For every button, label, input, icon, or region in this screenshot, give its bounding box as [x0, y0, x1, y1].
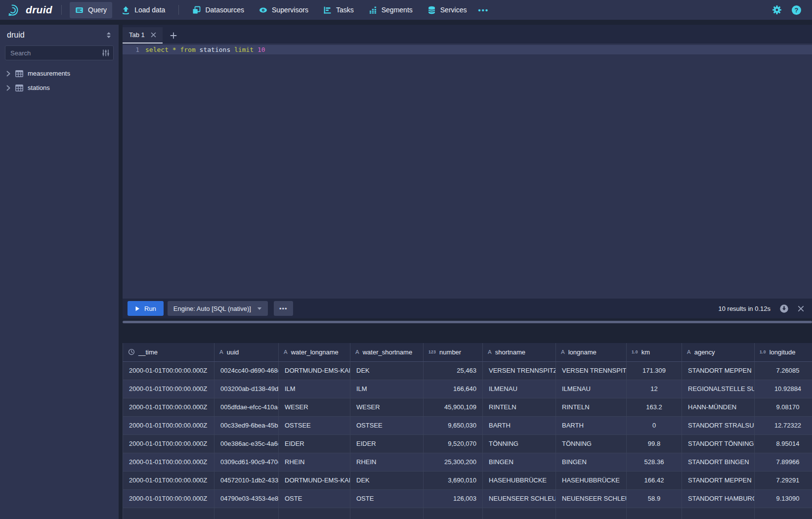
- cell-__time[interactable]: 2000-01-01T00:00:00.000Z: [123, 361, 214, 380]
- tab-1[interactable]: Tab 1: [123, 27, 163, 43]
- column-header-number[interactable]: 123number: [424, 343, 483, 361]
- cell-water_shortname[interactable]: ILM: [350, 380, 424, 398]
- cell-longname[interactable]: TÖNNING: [556, 434, 627, 453]
- cell-agency[interactable]: HANN-MÜNDEN: [682, 398, 755, 416]
- cell-agency[interactable]: STANDORT MEPPEN: [682, 471, 755, 489]
- settings-gear-icon[interactable]: [772, 5, 782, 15]
- cell-shortname[interactable]: RINTELN: [483, 398, 556, 416]
- cell-km[interactable]: 166.42: [627, 471, 682, 489]
- sidebar-table-item[interactable]: stations: [5, 81, 114, 95]
- cell-longname[interactable]: RINTELN: [556, 398, 627, 416]
- cell-water_longname[interactable]: DORTMUND-EMS-KANA: [279, 471, 350, 489]
- cell-km[interactable]: 99.8: [627, 434, 682, 453]
- cell-km[interactable]: 12: [627, 380, 682, 398]
- cell-km[interactable]: 58.9: [627, 489, 682, 508]
- cell-water_longname[interactable]: OSTE: [279, 489, 350, 508]
- cell-uuid[interactable]: 0024cc40-d690-468d-84: [214, 361, 279, 380]
- filter-sliders-icon[interactable]: [102, 49, 110, 57]
- cell-agency[interactable]: STANDORT BINGEN: [682, 453, 755, 471]
- cell-uuid[interactable]: 00e386ac-e35c-4a6e-80: [214, 434, 279, 453]
- cell-longname[interactable]: BARTH: [556, 416, 627, 434]
- cell-number[interactable]: 25,300,200: [424, 453, 483, 471]
- cell-__time[interactable]: 2000-01-01T00:00:00.000Z: [123, 434, 214, 453]
- cell-water_shortname[interactable]: OSTSEE: [350, 416, 424, 434]
- close-results-icon[interactable]: [798, 305, 804, 312]
- cell-number[interactable]: 9,520,070: [424, 434, 483, 453]
- cell-km[interactable]: 0: [627, 416, 682, 434]
- column-header-shortname[interactable]: Ashortname: [483, 343, 556, 361]
- nav-item-load-data[interactable]: Load data: [116, 2, 171, 18]
- cell-longitude[interactable]: 7.89966: [755, 453, 812, 471]
- cell-uuid[interactable]: 04790e03-4353-4e80-be: [214, 489, 279, 508]
- druid-brand[interactable]: druid: [5, 3, 55, 17]
- cell-water_longname[interactable]: ILM: [279, 380, 350, 398]
- cell-__time[interactable]: 2000-01-01T00:00:00.000Z: [123, 471, 214, 489]
- column-header-water_shortname[interactable]: Awater_shortname: [350, 343, 424, 361]
- close-tab-icon[interactable]: [151, 32, 156, 38]
- cell-water_shortname[interactable]: RHEIN: [350, 453, 424, 471]
- cell-longname[interactable]: HASEHUBBRÜCKE: [556, 471, 627, 489]
- nav-item-tasks[interactable]: Tasks: [318, 2, 359, 18]
- cell-water_longname[interactable]: WESER: [279, 398, 350, 416]
- cell-uuid[interactable]: 00c33ed9-6bea-45b4-87: [214, 416, 279, 434]
- cell-water_longname[interactable]: EIDER: [279, 434, 350, 453]
- schema-selector[interactable]: druid: [5, 30, 114, 45]
- cell-number[interactable]: 25,463: [424, 361, 483, 380]
- cell-agency[interactable]: REGIONALSTELLE SUHL: [682, 380, 755, 398]
- cell-longitude[interactable]: 9.08170: [755, 398, 812, 416]
- cell-longitude[interactable]: 7.26085: [755, 361, 812, 380]
- cell-longname[interactable]: BINGEN: [556, 453, 627, 471]
- nav-item-supervisors[interactable]: Supervisors: [254, 2, 314, 18]
- cell-uuid[interactable]: 005dfdae-efcc-410a-bf1: [214, 398, 279, 416]
- download-icon[interactable]: [779, 304, 789, 313]
- cell-__time[interactable]: 2000-01-01T00:00:00.000Z: [123, 416, 214, 434]
- nav-item-services[interactable]: Services: [422, 2, 472, 18]
- cell-agency[interactable]: STANDORT TÖNNING: [682, 434, 755, 453]
- cell-water_shortname[interactable]: DEK: [350, 471, 424, 489]
- sidebar-table-item[interactable]: measurements: [5, 66, 114, 81]
- search-input[interactable]: [5, 45, 114, 60]
- cell-number[interactable]: 3,690,010: [424, 471, 483, 489]
- cell-km[interactable]: 163.2: [627, 398, 682, 416]
- cell-__time[interactable]: 2000-01-01T00:00:00.000Z: [123, 453, 214, 471]
- sql-editor[interactable]: 1 select * from stations limit 10: [123, 43, 812, 299]
- cell-number[interactable]: 126,003: [424, 489, 483, 508]
- column-header-longitude[interactable]: 1.0longitude: [755, 343, 812, 361]
- query-more-button[interactable]: •••: [274, 301, 293, 316]
- cell-shortname[interactable]: NEUENSEER SCHLEUSEN: [483, 489, 556, 508]
- cell-number[interactable]: 45,900,109: [424, 398, 483, 416]
- column-header-km[interactable]: 1.0km: [627, 343, 682, 361]
- column-header-water_longname[interactable]: Awater_longname: [279, 343, 350, 361]
- cell-water_shortname[interactable]: EIDER: [350, 434, 424, 453]
- nav-item-datasources[interactable]: Datasources: [187, 2, 250, 18]
- cell-shortname[interactable]: ILMENAU: [483, 380, 556, 398]
- nav-more-icon[interactable]: •••: [474, 6, 493, 14]
- cell-number[interactable]: 166,640: [424, 380, 483, 398]
- cell-longname[interactable]: NEUENSEER SCHLEUSEN: [556, 489, 627, 508]
- cell-__time[interactable]: 2000-01-01T00:00:00.000Z: [123, 489, 214, 508]
- cell-longitude[interactable]: 8.95014: [755, 434, 812, 453]
- cell-km[interactable]: 528.36: [627, 453, 682, 471]
- column-header-longname[interactable]: Alongname: [556, 343, 627, 361]
- cell-uuid[interactable]: 04572010-1db2-4338-85: [214, 471, 279, 489]
- cell-water_shortname[interactable]: WESER: [350, 398, 424, 416]
- help-icon[interactable]: ?: [792, 5, 801, 15]
- engine-select[interactable]: Engine: Auto [SQL (native)]: [168, 301, 268, 316]
- cell-water_longname[interactable]: RHEIN: [279, 453, 350, 471]
- cell-water_shortname[interactable]: DEK: [350, 361, 424, 380]
- cell-longitude[interactable]: 7.29291: [755, 471, 812, 489]
- cell-uuid[interactable]: 003200ab-d138-49d9-aa: [214, 380, 279, 398]
- cell-longname[interactable]: VERSEN TRENNSPITZE: [556, 361, 627, 380]
- cell-water_longname[interactable]: OSTSEE: [279, 416, 350, 434]
- cell-longname[interactable]: ILMENAU: [556, 380, 627, 398]
- cell-water_shortname[interactable]: OSTE: [350, 489, 424, 508]
- nav-item-query[interactable]: Query: [70, 2, 112, 18]
- add-tab-icon[interactable]: [163, 27, 184, 43]
- scrollbar-thumb[interactable]: [123, 321, 812, 323]
- run-button[interactable]: Run: [128, 301, 164, 316]
- cell-uuid[interactable]: 0309cd61-90c9-470e-99: [214, 453, 279, 471]
- cell-shortname[interactable]: VERSEN TRENNSPITZE: [483, 361, 556, 380]
- cell-longitude[interactable]: 10.92884: [755, 380, 812, 398]
- cell-__time[interactable]: 2000-01-01T00:00:00.000Z: [123, 398, 214, 416]
- cell-km[interactable]: 171.309: [627, 361, 682, 380]
